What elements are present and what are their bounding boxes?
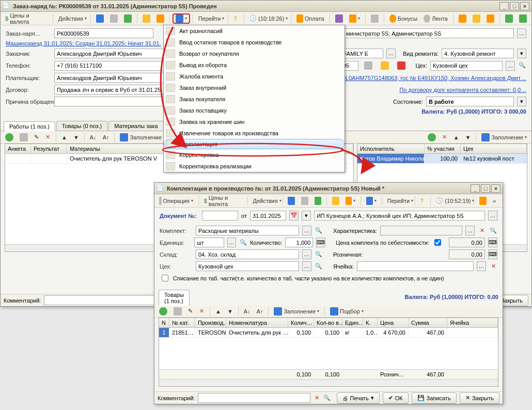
edit-row-icon[interactable]: ✎: [32, 132, 42, 143]
tb-icon-4[interactable]: [140, 13, 153, 24]
kit-close-button[interactable]: ✕ Закрыть: [460, 392, 499, 404]
col-result[interactable]: Результат: [31, 144, 67, 153]
retail-calc-icon[interactable]: ⌨: [488, 249, 497, 259]
kcol-unit[interactable]: Един…: [342, 318, 363, 327]
kcol-cell[interactable]: Ячейка: [447, 318, 498, 327]
tb-icon-10[interactable]: [470, 13, 483, 24]
store-search-icon[interactable]: 🔍: [315, 250, 323, 259]
kit-comment-input[interactable]: [198, 393, 310, 403]
ok-button[interactable]: ✔ ОК: [383, 392, 409, 404]
copy-row-icon[interactable]: [17, 132, 30, 143]
kt-icon-3[interactable]: [312, 196, 324, 206]
operation-button[interactable]: Операция▾: [157, 196, 196, 206]
date-input[interactable]: [250, 211, 286, 220]
sort-za-icon[interactable]: A↑: [100, 132, 112, 143]
tb-icon-1[interactable]: [93, 13, 106, 24]
tb-icon-5[interactable]: [154, 13, 167, 24]
fill-button[interactable]: Заполнение▾: [117, 132, 168, 143]
kcol-nomen[interactable]: Номенклатура: [226, 318, 288, 327]
menu-item-0[interactable]: Акт разногласий: [164, 25, 345, 37]
writeoff-checkbox[interactable]: [162, 275, 168, 281]
kit-dept-search-icon[interactable]: 🔍: [315, 262, 323, 271]
col-exec[interactable]: Исполнитель: [357, 144, 425, 153]
create-based-on-button[interactable]: ▾: [173, 13, 190, 24]
kit-dept-dots[interactable]: …: [302, 261, 311, 271]
key-icon[interactable]: [378, 60, 392, 71]
cost-input[interactable]: [449, 238, 485, 247]
k-sort-az-icon[interactable]: A↓: [241, 306, 253, 317]
menu-item-9[interactable]: Извлечение товаров из производства: [164, 128, 345, 139]
store-dots[interactable]: …: [302, 249, 311, 259]
kit-clock-icon[interactable]: 🕓(10:52:19)▾: [433, 196, 471, 206]
kt-icon-5[interactable]: ▾: [343, 196, 358, 206]
kt-icon-7[interactable]: [477, 196, 489, 206]
store-input[interactable]: 04. Хоз. склад: [196, 249, 299, 259]
kit-actions-button[interactable]: Действия▾: [251, 196, 280, 206]
cost-calc-icon[interactable]: ⌨: [488, 238, 497, 247]
kit-help-icon[interactable]: ?: [417, 196, 428, 206]
menu-item-3[interactable]: Вывод из оборота: [164, 59, 345, 71]
kt-icon-1[interactable]: [285, 196, 298, 206]
move-up-icon[interactable]: ▲: [59, 132, 70, 143]
clock-icon[interactable]: 🕓(10:18:26)▾: [247, 13, 288, 24]
kit-maximize-button[interactable]: □: [481, 184, 490, 193]
tb-icon-9[interactable]: [456, 13, 469, 24]
tab-works[interactable]: Работы (1 поз.): [4, 121, 55, 131]
move-up-icon-2[interactable]: ▲: [451, 132, 462, 143]
k-sort-za-icon[interactable]: A↑: [254, 306, 266, 317]
add-row-icon-2[interactable]: [425, 132, 439, 143]
tb-icon-7[interactable]: ▾: [347, 13, 363, 24]
minimize-button[interactable]: _: [499, 2, 509, 10]
char-dots[interactable]: …: [465, 226, 475, 235]
set-search-icon[interactable]: 🔍: [315, 227, 323, 235]
kit-close-button[interactable]: ×: [491, 184, 500, 193]
kcol-sum[interactable]: Сумма: [409, 318, 447, 327]
qty-input[interactable]: [285, 238, 313, 247]
fill-button-2[interactable]: Заполнение▾: [479, 132, 529, 143]
tb-icon-2[interactable]: [107, 13, 120, 24]
print-button[interactable]: 🖨 Печать▾: [337, 392, 380, 404]
k-add-icon[interactable]: [157, 306, 170, 317]
col-anketa[interactable]: Анкета: [5, 144, 31, 153]
menu-item-10[interactable]: Комплектация: [164, 139, 345, 149]
docno-input[interactable]: [202, 211, 238, 220]
k-pick-button[interactable]: Подбор▾: [327, 306, 366, 317]
kit-tab-goods[interactable]: Товары (1 поз.): [159, 290, 190, 306]
kit-comment-clear-icon[interactable]: ✕: [314, 394, 320, 402]
k-fill-button[interactable]: Заполнение▾: [271, 306, 322, 317]
author-dots[interactable]: …: [488, 211, 497, 220]
close-button[interactable]: ×: [520, 2, 529, 10]
menu-item-5[interactable]: Заказ внутренний: [164, 82, 345, 93]
menu-item-7[interactable]: Заказ поставщику: [164, 105, 345, 116]
kcol-prod[interactable]: Производ…: [195, 318, 226, 327]
delete-row-icon[interactable]: ✕: [43, 132, 53, 143]
menu-item-2[interactable]: Возврат от покупателя: [164, 48, 345, 59]
tab-materials[interactable]: Материалы зака: [108, 121, 163, 131]
calc-icon[interactable]: [362, 60, 375, 71]
kit-grid-row[interactable]: 1 21851… TEROSON Очиститель для рук … 0,…: [159, 328, 498, 338]
move-down-icon[interactable]: ▼: [71, 132, 82, 143]
sort-az-icon[interactable]: A↓: [87, 132, 99, 143]
move-down-icon-2[interactable]: ▼: [463, 132, 474, 143]
date-caret[interactable]: ▾: [302, 211, 311, 220]
admins-dots[interactable]: …: [517, 28, 526, 38]
calc-icon-2[interactable]: ⌨: [316, 238, 325, 247]
repair-caret[interactable]: ▾: [517, 49, 526, 58]
bonuses-button[interactable]: Бонусы: [387, 13, 420, 24]
help-icon[interactable]: ?: [231, 13, 241, 24]
tb-icon-11[interactable]: [484, 13, 497, 24]
tb-icon-13[interactable]: [517, 13, 529, 24]
tab-goods[interactable]: Товары (0 поз.): [56, 121, 107, 131]
col-dept[interactable]: Цех: [461, 144, 527, 153]
menu-item-11[interactable]: Корректировка: [164, 149, 345, 161]
kcol-qty[interactable]: Колич…: [288, 318, 314, 327]
state-caret[interactable]: ▾: [517, 97, 526, 106]
calendar-icon[interactable]: 📅: [289, 211, 299, 220]
kt-icon-6[interactable]: ▾: [364, 196, 379, 206]
goto-button[interactable]: Перейти▾: [196, 13, 226, 24]
prices-button[interactable]: $Цены и валюта: [3, 13, 50, 24]
debt-link[interactable]: По договору долг контрагента составляет:…: [399, 87, 526, 93]
cell-dots[interactable]: …: [477, 261, 486, 271]
kcol-k[interactable]: К.: [363, 318, 378, 327]
char-search-icon[interactable]: 🔍: [489, 227, 497, 235]
